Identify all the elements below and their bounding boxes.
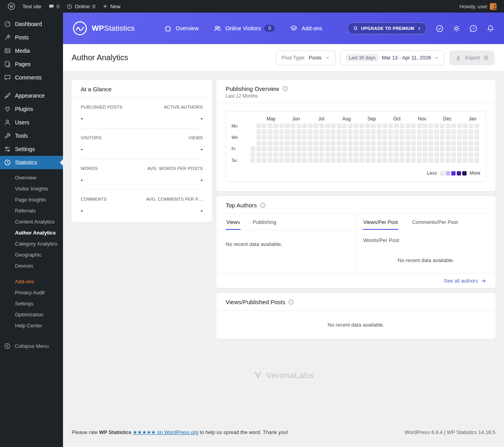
metric-value: - [81,145,102,153]
help-icon[interactable]: ? [469,24,478,33]
info-icon[interactable] [260,202,266,208]
online-indicator[interactable]: Online: 0 [63,0,99,13]
post-type-dropdown[interactable]: Post Type: Posts [276,50,335,65]
nav-online-visitors[interactable]: Online Visitors 0 [213,24,275,33]
tab-words-per-post[interactable]: Words/Per Post [363,232,400,248]
heatmap-cell [394,141,398,146]
collapse-menu-button[interactable]: Collapse Menu [0,339,63,353]
info-icon[interactable] [282,86,288,92]
avatar [490,3,497,10]
info-icon[interactable] [288,299,294,305]
tab-views-per-post[interactable]: Views/Per Post [363,214,399,230]
date-range-badge: Last 30 days [346,54,379,62]
heatmap-cell [474,135,479,140]
post-type-label: Post Type: [282,55,306,61]
heatmap-cell [285,124,289,128]
sidebar-item-label: Pages [15,61,31,68]
top-authors-left-pane: ViewsPublishing No recent data available… [216,214,356,273]
privacy-check-icon[interactable] [435,24,444,33]
sidebar-item-category-analytics[interactable]: Category Analytics [0,238,63,249]
sidebar-item-optimization[interactable]: Optimization [0,309,63,320]
metric-value: - [147,176,203,184]
download-icon [455,55,461,61]
metric-avg-words-per-posts: AVG. WORDS PER POSTS- [147,166,203,184]
sidebar-item-tools[interactable]: Tools [0,129,63,142]
gear-icon[interactable] [452,24,461,33]
sidebar-item-privacy-audit[interactable]: Privacy Audit [0,287,63,298]
arrow-right-icon [481,278,486,284]
heatmap-cell [256,135,261,140]
heatmap-cell [365,135,370,140]
heatmap-cell [400,158,404,163]
sidebar-item-users[interactable]: Users [0,116,63,129]
sidebar-item-media[interactable]: Media [0,44,63,57]
sidebar-item-referrals[interactable]: Referrals [0,205,63,216]
top-authors-right-pane: Views/Per PostComments/Per PostWords/Per… [356,214,496,273]
heatmap-cell [342,129,347,134]
comments-indicator[interactable]: 0 [45,0,63,13]
views-published-header: Views/Published Posts [216,293,496,311]
heatmap-cell [337,152,341,157]
heatmap-cell [457,146,462,151]
heatmap-cell [319,135,324,140]
heatmap-cell [359,124,364,128]
sidebar-item-visitor-insights[interactable]: Visitor Insights [0,183,63,194]
heatmap-cell [434,146,439,151]
sidebar-item-overview[interactable]: Overview [0,172,63,183]
heatmap-cell [262,141,267,146]
heatmap-cell [394,158,398,163]
admin-bar-right: Howdy, user [456,0,500,13]
sidebar-item-add-ons[interactable]: Add-ons [0,276,63,287]
see-all-authors-link[interactable]: See all authors [444,278,486,284]
heatmap-cell [406,141,410,146]
sidebar-item-dashboard[interactable]: Dashboard [0,17,63,31]
sidebar-item-statistics[interactable]: Statistics [0,156,63,169]
sidebar-item-settings[interactable]: Settings [0,142,63,156]
tab-comments-per-post[interactable]: Comments/Per Post [411,214,458,230]
heatmap-cell [394,135,398,140]
metric-comments: COMMENTS- [81,197,107,214]
sidebar-item-content-analytics[interactable]: Content Analytics [0,216,63,227]
sidebar-item-comments[interactable]: Comments [0,71,63,84]
upgrade-to-premium-button[interactable]: UPGRADE TO PREMIUM [347,22,427,34]
export-button[interactable]: Export [449,50,495,65]
sidebar-item-settings[interactable]: Settings [0,298,63,309]
sidebar-item-help-center[interactable]: Help Center [0,320,63,331]
sidebar-item-author-analytics[interactable]: Author Analytics [0,227,63,238]
plus-icon [102,4,108,9]
new-content-button[interactable]: New [99,0,124,13]
heatmap-cell [348,124,353,128]
tab-views[interactable]: Views [226,214,241,230]
cards-row: At a Glance PUBLISHED POSTS-ACTIVE AUTHO… [71,79,496,339]
date-range-picker[interactable]: Last 30 days Mar 13 - Apr 11, 2026 [340,50,445,65]
rate-link[interactable]: ★★★★★ on WordPress.org [133,429,198,435]
tab-publishing[interactable]: Publishing [252,214,277,230]
online-visitors-badge: 0 [264,25,275,32]
pushpin-icon [4,34,11,41]
heatmap-cell [417,158,422,163]
sidebar-item-plugins[interactable]: Plugins [0,102,63,116]
heatmap-cell [382,129,387,134]
heatmap-cell [331,152,335,157]
site-name-link[interactable]: Test site [19,0,45,13]
heatmap-cell [411,129,416,134]
sidebar-item-devices[interactable]: Devices [0,260,63,272]
heatmap-cell [422,158,427,163]
heatmap-cell [382,152,387,157]
heatmap-cell [474,129,479,134]
wp-statistics-logo[interactable]: WPStatistics [72,21,135,36]
howdy-menu[interactable]: Howdy, user [456,0,500,13]
heatmap-cell [400,152,404,157]
sidebar-item-pages[interactable]: Pages [0,57,63,71]
wordpress-logo[interactable]: W [4,0,19,13]
sidebar-item-geographic[interactable]: Geographic [0,249,63,260]
nav-add-ons[interactable]: Add-ons [290,24,322,33]
sidebar-item-appearance[interactable]: Appearance [0,89,63,102]
nav-overview[interactable]: Overview [164,24,198,33]
sidebar-item-page-insights[interactable]: Page Insights [0,194,63,205]
collapse-arrow-icon [4,343,11,349]
bell-icon[interactable] [486,24,495,33]
sidebar-item-posts[interactable]: Posts [0,31,63,44]
heatmap-cell [285,158,289,163]
heatmap-cell [406,146,410,151]
